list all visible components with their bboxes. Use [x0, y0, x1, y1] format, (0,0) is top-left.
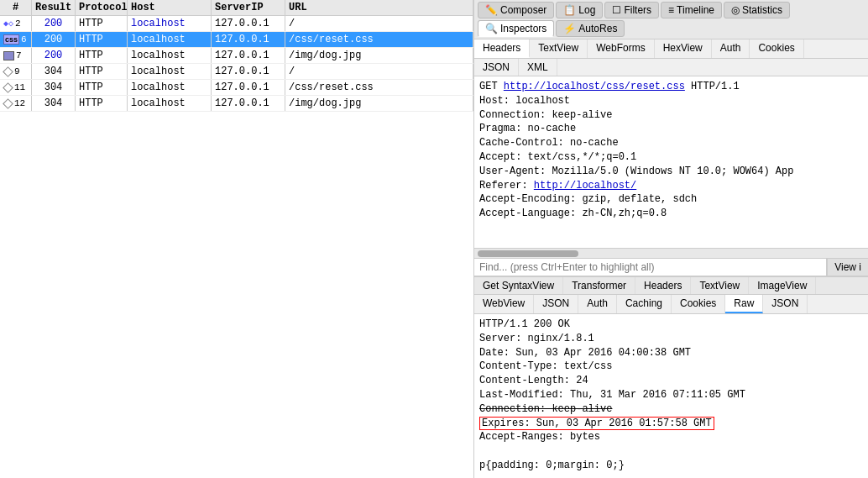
- table-header: # Result Protocol Host ServerIP URL: [0, 0, 473, 16]
- diamond-icon: [3, 66, 13, 77]
- inspector-sub-tabs-row2: JSON XML: [474, 59, 868, 76]
- table-row[interactable]: 9304HTTPlocalhost127.0.0.1/: [0, 64, 473, 80]
- tab-cookies2[interactable]: Cookies: [672, 295, 725, 313]
- tab-get-syntaxview[interactable]: Get SyntaxView: [474, 277, 563, 294]
- cell-hash: 11: [0, 80, 32, 95]
- request-list-panel: # Result Protocol Host ServerIP URL ◆◇22…: [0, 0, 474, 478]
- tab-log[interactable]: 📋 Log: [556, 2, 603, 18]
- tab-hexview[interactable]: HexView: [655, 39, 712, 58]
- css-icon: css: [3, 34, 19, 45]
- referer-link[interactable]: http://localhost/: [534, 180, 636, 192]
- cell-protocol: HTTP: [76, 16, 128, 31]
- content-area: GET http://localhost/css/reset.css HTTP/…: [474, 76, 868, 276]
- diamond-icon: [3, 98, 13, 109]
- tab-inspectors-label: Inspectors: [500, 23, 546, 34]
- tab-auth2[interactable]: Auth: [578, 295, 617, 313]
- cell-serverip: 127.0.0.1: [212, 96, 285, 111]
- log-icon: 📋: [563, 4, 576, 16]
- scrollbar-thumb[interactable]: [478, 250, 578, 257]
- tab-json3[interactable]: JSON: [763, 295, 808, 313]
- tab-statistics[interactable]: ◎ Statistics: [724, 2, 790, 18]
- tab-filters[interactable]: ☐ Filters: [604, 2, 659, 18]
- table-row[interactable]: ◆◇2200HTTPlocalhost127.0.0.1/: [0, 16, 473, 32]
- tab-raw[interactable]: Raw: [725, 295, 763, 313]
- cell-hash: 12: [0, 96, 32, 111]
- cell-serverip: 127.0.0.1: [212, 48, 285, 63]
- lower-tabs: Get SyntaxView Transformer Headers TextV…: [474, 277, 868, 295]
- col-header-host: Host: [128, 0, 212, 15]
- cell-url: /img/dog.jpg: [285, 96, 473, 111]
- tab-webview[interactable]: WebView: [474, 295, 534, 313]
- cell-hash: ◆◇2: [0, 16, 32, 31]
- tab-textview-lower[interactable]: TextView: [691, 277, 749, 294]
- col-header-hash: #: [0, 0, 32, 15]
- request-url-link[interactable]: http://localhost/css/reset.css: [504, 81, 685, 92]
- cell-host: localhost: [131, 50, 186, 61]
- col-header-serverip: ServerIP: [212, 0, 285, 15]
- tab-timeline[interactable]: ≡ Timeline: [661, 2, 722, 18]
- tab-transformer[interactable]: Transformer: [563, 277, 635, 294]
- col-header-url: URL: [285, 0, 473, 15]
- cell-url: /img/dog.jpg: [285, 48, 473, 63]
- cell-protocol: HTTP: [76, 64, 128, 79]
- tab-filters-label: Filters: [624, 4, 651, 16]
- cell-hash: 9: [0, 64, 32, 79]
- tab-caching[interactable]: Caching: [617, 295, 672, 313]
- cell-result: 304: [32, 80, 76, 95]
- right-panel: ✏️ Composer 📋 Log ☐ Filters ≡ Timeline ◎…: [474, 0, 868, 478]
- strikethrough-line: Connection: keep-alive: [479, 403, 612, 415]
- table-row[interactable]: 12304HTTPlocalhost127.0.0.1/img/dog.jpg: [0, 96, 473, 112]
- tab-autoresponder[interactable]: ⚡ AutoRes: [556, 20, 625, 37]
- tab-textview[interactable]: TextView: [530, 39, 588, 58]
- cell-serverip: 127.0.0.1: [212, 16, 285, 31]
- top-toolbar: ✏️ Composer 📋 Log ☐ Filters ≡ Timeline ◎…: [474, 0, 868, 39]
- tab-json[interactable]: JSON: [474, 59, 519, 76]
- tab-imageview-lower[interactable]: ImageView: [749, 277, 816, 294]
- find-input[interactable]: [474, 259, 827, 276]
- tab-log-label: Log: [578, 4, 595, 16]
- cell-serverip: 127.0.0.1: [212, 64, 285, 79]
- cell-protocol: HTTP: [76, 48, 128, 63]
- cell-serverip: 127.0.0.1: [212, 32, 285, 47]
- tab-headers-lower[interactable]: Headers: [635, 277, 691, 294]
- response-text: HTTP/1.1 200 OK Server: nginx/1.8.1 Date…: [474, 314, 868, 478]
- tab-webforms[interactable]: WebForms: [588, 39, 654, 58]
- cell-url: /css/reset.css: [285, 80, 473, 95]
- cell-url: /: [285, 16, 473, 31]
- table-row[interactable]: 7200HTTPlocalhost127.0.0.1/img/dog.jpg: [0, 48, 473, 64]
- table-row[interactable]: css6200HTTPlocalhost127.0.0.1/css/reset.…: [0, 32, 473, 48]
- cell-host: localhost: [131, 81, 186, 93]
- horizontal-scrollbar[interactable]: [474, 249, 868, 259]
- cell-result: 200: [32, 48, 76, 63]
- cell-serverip: 127.0.0.1: [212, 80, 285, 95]
- cell-protocol: HTTP: [76, 32, 128, 47]
- cell-protocol: HTTP: [76, 96, 128, 111]
- cell-result: 304: [32, 96, 76, 111]
- tab-auth[interactable]: Auth: [712, 39, 750, 58]
- cell-host: localhost: [131, 66, 186, 77]
- tab-json2[interactable]: JSON: [534, 295, 578, 313]
- cell-result: 200: [32, 16, 76, 31]
- tab-composer[interactable]: ✏️ Composer: [478, 2, 554, 18]
- tab-cookies[interactable]: Cookies: [750, 39, 803, 58]
- tab-xml[interactable]: XML: [519, 59, 557, 76]
- expires-highlight: Expires: Sun, 03 Apr 2016 01:57:58 GMT: [479, 417, 714, 430]
- stats-icon: ◎: [731, 4, 740, 16]
- cell-host-col: localhost: [128, 80, 212, 95]
- tab-inspectors[interactable]: 🔍 Inspectors: [478, 20, 554, 37]
- tab-headers[interactable]: Headers: [474, 39, 530, 58]
- tab-statistics-label: Statistics: [742, 4, 782, 16]
- autoresponder-icon: ⚡: [563, 23, 576, 34]
- request-text: GET http://localhost/css/reset.css HTTP/…: [474, 76, 868, 249]
- pencil-icon: ✏️: [485, 4, 498, 16]
- filter-icon: ☐: [612, 4, 621, 16]
- tab-autoresponder-label: AutoRes: [578, 23, 617, 34]
- table-row[interactable]: 11304HTTPlocalhost127.0.0.1/css/reset.cs…: [0, 80, 473, 96]
- cell-host-col: localhost: [128, 32, 212, 47]
- cell-host-link[interactable]: localhost: [131, 18, 186, 29]
- inspect-icon: 🔍: [485, 23, 498, 34]
- lower-panel: Get SyntaxView Transformer Headers TextV…: [474, 276, 868, 478]
- view-button[interactable]: View i: [827, 259, 868, 276]
- cell-url: /css/reset.css: [285, 32, 473, 47]
- image-icon: [3, 51, 14, 60]
